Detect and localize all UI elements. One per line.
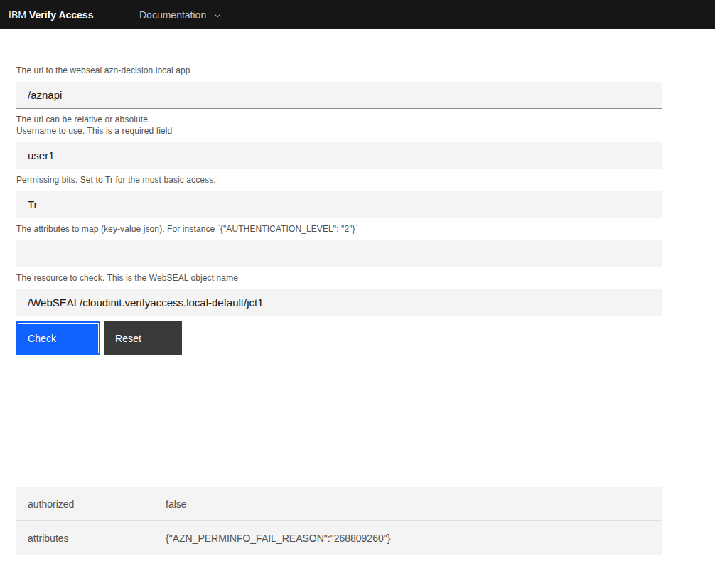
field-resource: The resource to check. This is the WebSE… <box>16 272 662 316</box>
username-label: Username to use. This is a required fiel… <box>16 125 662 137</box>
main-content: The url to the webseal azn-decision loca… <box>16 29 662 555</box>
check-button[interactable]: Check <box>16 321 100 355</box>
azn-url-input[interactable] <box>16 82 662 109</box>
result-row-authorized: authorized false <box>16 487 662 521</box>
result-row-attributes: attributes {"AZN_PERMINFO_FAIL_REASON":"… <box>16 521 662 555</box>
username-input[interactable] <box>16 142 662 169</box>
app-header: IBMVerify Access Documentation <box>0 0 715 29</box>
field-permission-bits: Permissing bits. Set to Tr for the most … <box>16 174 662 218</box>
results-table: authorized false attributes {"AZN_PERMIN… <box>16 487 662 555</box>
brand-name: Verify Access <box>29 9 94 21</box>
brand-prefix: IBM <box>9 9 26 21</box>
attributes-label: The attributes to map (key-value json). … <box>16 223 662 235</box>
documentation-menu-label: Documentation <box>139 9 206 21</box>
field-username: Username to use. This is a required fiel… <box>16 125 662 169</box>
field-azn-url: The url to the webseal azn-decision loca… <box>16 65 662 125</box>
attributes-input[interactable] <box>16 240 662 267</box>
chevron-down-icon <box>213 11 222 20</box>
resource-label: The resource to check. This is the WebSE… <box>16 272 662 284</box>
result-value: false <box>166 498 662 510</box>
field-attributes: The attributes to map (key-value json). … <box>16 223 662 267</box>
permission-bits-label: Permissing bits. Set to Tr for the most … <box>16 174 662 186</box>
documentation-menu[interactable]: Documentation <box>114 0 233 29</box>
azn-url-helper: The url can be relative or absolute. <box>16 114 662 125</box>
result-key: attributes <box>16 533 166 544</box>
result-value: {"AZN_PERMINFO_FAIL_REASON":"268809260"} <box>166 533 662 544</box>
reset-button[interactable]: Reset <box>104 321 182 355</box>
resource-input[interactable] <box>16 289 662 316</box>
result-key: authorized <box>16 498 166 510</box>
permission-bits-input[interactable] <box>16 191 662 218</box>
azn-url-label: The url to the webseal azn-decision loca… <box>16 65 662 76</box>
button-row: Check Reset <box>16 321 662 355</box>
header-brand[interactable]: IBMVerify Access <box>0 9 114 21</box>
